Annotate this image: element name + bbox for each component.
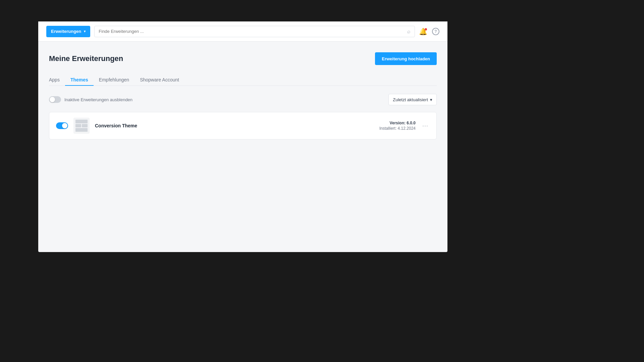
notification-dot [425, 28, 427, 31]
help-button[interactable]: ? [432, 28, 439, 35]
erweiterungen-dropdown-button[interactable]: Erweiterungen ▾ [46, 26, 90, 37]
tab-apps[interactable]: Apps [49, 74, 65, 86]
search-input[interactable] [99, 29, 405, 34]
sort-dropdown[interactable]: Zuletzt aktualisiert ▾ [388, 94, 437, 105]
chevron-down-icon: ▾ [84, 29, 86, 33]
inactive-filter-toggle-label: Inaktive Erweiterungen ausblenden [49, 96, 132, 103]
tabs-bar: Apps Themes Empfehlungen Shopware Accoun… [49, 74, 437, 86]
tab-shopware-account[interactable]: Shopware Account [135, 74, 184, 86]
extension-installed-date: Installiert: 4.12.2024 [379, 126, 416, 131]
main-content: Meine Erweiterungen Erweiterung hochlade… [38, 42, 447, 139]
page-title: Meine Erweiterungen [49, 54, 123, 63]
extension-icon [73, 118, 90, 134]
extension-version: Version: 6.0.0 [379, 121, 416, 125]
extension-name: Conversion Theme [95, 123, 374, 128]
page-header: Meine Erweiterungen Erweiterung hochlade… [49, 52, 437, 65]
notifications-button[interactable]: 🔔 [419, 27, 427, 36]
tab-empfehlungen[interactable]: Empfehlungen [94, 74, 135, 86]
erweiterungen-label: Erweiterungen [51, 29, 81, 34]
search-button[interactable]: ⌕ [407, 28, 411, 35]
filter-row: Inaktive Erweiterungen ausblenden Zuletz… [49, 94, 437, 105]
extension-meta: Version: 6.0.0 Installiert: 4.12.2024 [379, 121, 416, 131]
tab-themes[interactable]: Themes [65, 74, 94, 86]
extension-toggle[interactable] [56, 122, 68, 129]
inactive-toggle[interactable] [49, 96, 61, 103]
sort-chevron-icon: ▾ [430, 97, 432, 102]
extension-card: Conversion Theme Version: 6.0.0 Installi… [49, 112, 437, 139]
top-bar-actions: 🔔 ? [419, 27, 439, 36]
upload-extension-button[interactable]: Erweiterung hochladen [375, 52, 437, 65]
more-icon: ··· [422, 122, 428, 129]
search-bar: ⌕ [94, 26, 415, 37]
search-icon: ⌕ [407, 28, 411, 35]
extension-more-button[interactable]: ··· [421, 121, 430, 131]
sort-label: Zuletzt aktualisiert [393, 97, 428, 102]
top-bar: Erweiterungen ▾ ⌕ 🔔 ? [38, 21, 447, 42]
inactive-filter-label: Inaktive Erweiterungen ausblenden [64, 97, 132, 102]
help-icon: ? [432, 28, 439, 35]
